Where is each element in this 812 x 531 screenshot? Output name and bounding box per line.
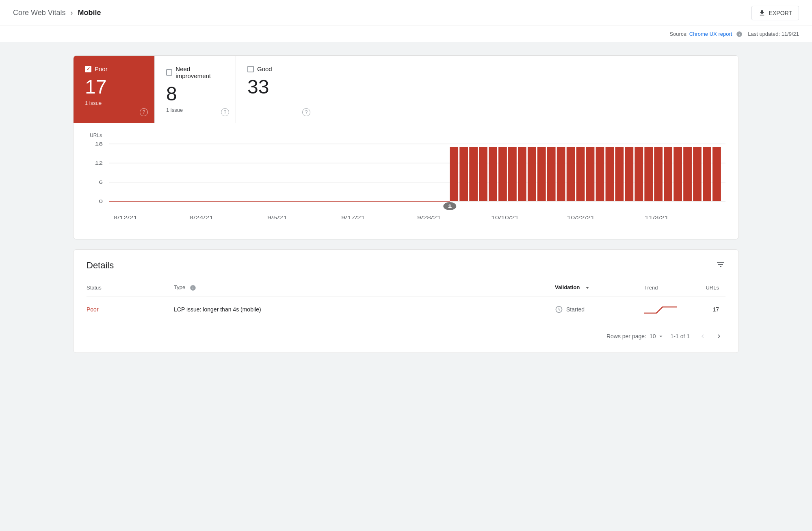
cell-validation: Started [555, 296, 644, 323]
svg-rect-36 [712, 147, 721, 201]
type-help-icon[interactable] [190, 285, 196, 291]
table-row: Poor LCP issue: longer than 4s (mobile) … [87, 296, 725, 323]
need-improvement-label: Need improvement [166, 65, 224, 79]
trend-sparkline [644, 303, 677, 315]
svg-text:12: 12 [95, 161, 103, 165]
pagination: Rows per page: 10 1-1 of 1 [87, 330, 725, 343]
chart-container: 18 12 6 0 [90, 140, 725, 229]
svg-text:10/22/21: 10/22/21 [567, 215, 595, 220]
svg-text:8/12/21: 8/12/21 [114, 215, 138, 220]
chevron-left-icon [699, 333, 706, 340]
svg-rect-13 [489, 147, 497, 201]
sort-down-icon [584, 285, 591, 291]
svg-text:9/5/21: 9/5/21 [267, 215, 287, 220]
good-checkbox[interactable] [247, 66, 254, 72]
svg-rect-31 [664, 147, 672, 201]
svg-rect-23 [586, 147, 595, 201]
svg-rect-35 [703, 147, 711, 201]
subheader: Source: Chrome UX report Last updated: 1… [0, 26, 812, 42]
svg-rect-25 [606, 147, 614, 201]
svg-rect-10 [459, 147, 468, 201]
dropdown-icon [658, 333, 664, 339]
source-label: Source: [669, 31, 688, 37]
chart-y-label: URLs [90, 133, 725, 138]
chart-bars [450, 147, 721, 201]
poor-issues: 1 issue [85, 100, 143, 106]
col-type: Type [174, 281, 555, 296]
chart-svg: 18 12 6 0 [90, 140, 725, 229]
svg-rect-27 [625, 147, 633, 201]
export-button[interactable]: EXPORT [751, 6, 799, 20]
col-urls: URLs [693, 281, 725, 296]
svg-rect-14 [498, 147, 507, 201]
info-icon[interactable] [736, 31, 743, 37]
svg-rect-11 [469, 147, 478, 201]
pagination-nav [696, 330, 725, 343]
details-header: Details [87, 259, 725, 271]
svg-rect-22 [576, 147, 585, 201]
source-link[interactable]: Chrome UX report [689, 31, 732, 37]
score-card-good[interactable]: Good 33 ? [236, 56, 317, 123]
last-updated-value: 11/9/21 [782, 31, 799, 37]
download-icon [758, 9, 766, 17]
poor-checkbox[interactable] [85, 66, 91, 72]
svg-rect-19 [547, 147, 556, 201]
svg-rect-12 [479, 147, 487, 201]
col-trend: Trend [644, 281, 693, 296]
pagination-range: 1-1 of 1 [671, 333, 690, 339]
svg-rect-20 [557, 147, 565, 201]
need-improvement-count: 8 [166, 84, 224, 104]
cell-trend [644, 296, 693, 323]
svg-text:9/17/21: 9/17/21 [341, 215, 365, 220]
score-section: Poor 17 1 issue ? Need improvement 8 1 i… [73, 55, 739, 239]
details-section: Details Status Type [73, 249, 739, 353]
table-header-row: Status Type Validation [87, 281, 725, 296]
need-improvement-help-icon[interactable]: ? [221, 108, 229, 116]
svg-rect-9 [450, 147, 458, 201]
svg-text:11/3/21: 11/3/21 [645, 215, 669, 220]
svg-text:8/24/21: 8/24/21 [189, 215, 213, 220]
svg-rect-24 [596, 147, 604, 201]
breadcrumb-separator: › [70, 9, 73, 17]
next-page-button[interactable] [712, 330, 725, 343]
score-card-need-improvement[interactable]: Need improvement 8 1 issue ? [155, 56, 236, 123]
rows-per-page-select[interactable]: 10 [650, 333, 664, 339]
rows-per-page-label: Rows per page: [606, 333, 646, 339]
chevron-right-icon [715, 333, 723, 340]
svg-rect-15 [508, 147, 517, 201]
col-status: Status [87, 281, 174, 296]
last-updated-label: Last updated: [748, 31, 780, 37]
svg-rect-30 [654, 147, 663, 201]
svg-rect-16 [518, 147, 526, 201]
good-help-icon[interactable]: ? [302, 108, 310, 116]
prev-page-button[interactable] [696, 330, 709, 343]
score-card-poor[interactable]: Poor 17 1 issue ? [74, 56, 155, 123]
score-card-empty [317, 56, 738, 123]
breadcrumb-link[interactable]: Core Web Vitals [13, 9, 65, 17]
need-improvement-checkbox[interactable] [166, 69, 172, 76]
svg-rect-17 [528, 147, 536, 201]
score-cards: Poor 17 1 issue ? Need improvement 8 1 i… [74, 56, 738, 123]
filter-icon[interactable] [716, 259, 725, 271]
svg-text:0: 0 [99, 199, 103, 204]
breadcrumb-nav: Core Web Vitals › Mobile [13, 9, 101, 17]
svg-rect-21 [567, 147, 575, 201]
svg-rect-32 [673, 147, 682, 201]
chart-area: URLs 18 12 6 0 [74, 123, 738, 239]
svg-rect-28 [634, 147, 643, 201]
clock-icon [555, 305, 563, 313]
poor-help-icon[interactable]: ? [140, 108, 148, 116]
main-content: Poor 17 1 issue ? Need improvement 8 1 i… [0, 42, 812, 366]
svg-rect-34 [693, 147, 702, 201]
good-label: Good [247, 65, 305, 72]
svg-rect-29 [644, 147, 653, 201]
details-title: Details [87, 260, 114, 271]
svg-rect-18 [537, 147, 546, 201]
poor-count: 17 [85, 77, 143, 97]
col-validation[interactable]: Validation [555, 281, 644, 296]
poor-label: Poor [85, 65, 143, 72]
details-table: Status Type Validation [87, 281, 725, 323]
svg-rect-26 [615, 147, 624, 201]
svg-text:18: 18 [95, 141, 103, 146]
cell-type: LCP issue: longer than 4s (mobile) [174, 296, 555, 323]
